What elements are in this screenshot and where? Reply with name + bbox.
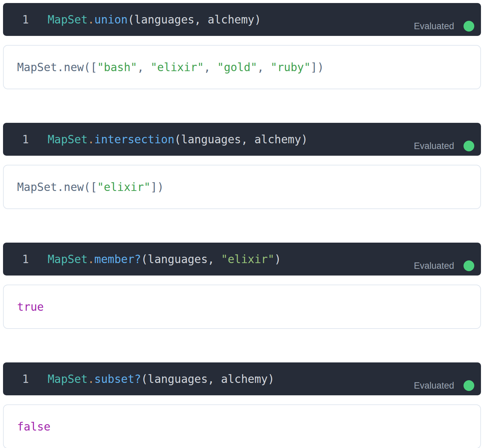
line-number: 1 — [21, 13, 30, 26]
cell-output: MapSet.new(["elixir"]) — [3, 165, 481, 209]
status-dot-icon — [464, 260, 474, 271]
output-code: MapSet.new(["elixir"]) — [17, 181, 164, 194]
token-plain: (languages, alchemy) — [175, 133, 308, 146]
token-string: "gold" — [217, 61, 257, 74]
token-function: subset? — [94, 372, 141, 386]
token-alias: MapSet — [48, 13, 88, 26]
token-function: union — [94, 13, 128, 26]
token-operator: . — [88, 253, 94, 266]
token-alias: MapSet — [48, 253, 88, 266]
token-string: "elixir" — [150, 61, 204, 74]
token-plain: ]) — [150, 181, 164, 194]
token-plain: MapSet.new([ — [17, 181, 97, 194]
code-editor[interactable]: 1 MapSet.member?(languages, "elixir") Ev… — [3, 243, 481, 276]
status-dot-icon — [464, 141, 474, 151]
status-dot-icon — [464, 21, 474, 32]
line-number: 1 — [21, 253, 30, 266]
notebook-cell-union: 1 MapSet.union(languages, alchemy) Evalu… — [3, 3, 481, 89]
evaluation-status-label: Evaluated — [414, 141, 454, 151]
evaluation-status-label: Evaluated — [414, 21, 454, 32]
code-line: MapSet.subset?(languages, alchemy) — [48, 372, 275, 386]
evaluation-status: Evaluated — [414, 380, 474, 391]
notebook-cell-member: 1 MapSet.member?(languages, "elixir") Ev… — [3, 243, 481, 329]
cell-output: MapSet.new(["bash", "elixir", "gold", "r… — [3, 45, 481, 89]
code-line: MapSet.union(languages, alchemy) — [48, 13, 261, 26]
code-editor[interactable]: 1 MapSet.subset?(languages, alchemy) Eva… — [3, 362, 481, 395]
notebook-cell-intersection: 1 MapSet.intersection(languages, alchemy… — [3, 123, 481, 209]
token-plain: ]) — [310, 61, 324, 74]
token-operator: . — [88, 372, 94, 386]
cell-output: false — [3, 404, 481, 448]
notebook: 1 MapSet.union(languages, alchemy) Evalu… — [0, 0, 485, 448]
token-string: "ruby" — [271, 61, 310, 74]
evaluation-status-label: Evaluated — [414, 261, 454, 271]
line-number: 1 — [21, 372, 30, 386]
token-plain: , — [204, 61, 217, 74]
code-line: MapSet.member?(languages, "elixir") — [48, 253, 281, 266]
token-plain: , — [257, 61, 271, 74]
output-code: false — [17, 420, 50, 433]
token-string: "elixir" — [97, 181, 150, 194]
token-plain: (languages, — [141, 253, 221, 266]
token-function: member? — [94, 253, 141, 266]
status-dot-icon — [464, 380, 474, 391]
line-number: 1 — [21, 133, 30, 146]
token-function: intersection — [94, 133, 174, 146]
output-code: true — [17, 300, 44, 313]
token-string: "bash" — [97, 61, 137, 74]
token-boolean: false — [17, 420, 50, 433]
evaluation-status: Evaluated — [414, 260, 474, 271]
token-operator: . — [88, 133, 94, 146]
token-operator: . — [88, 13, 94, 26]
cell-output: true — [3, 285, 481, 329]
token-plain: (languages, alchemy) — [141, 372, 274, 386]
evaluation-status-label: Evaluated — [414, 381, 454, 391]
token-plain: , — [137, 61, 151, 74]
evaluation-status: Evaluated — [414, 21, 474, 32]
code-editor[interactable]: 1 MapSet.intersection(languages, alchemy… — [3, 123, 481, 156]
token-plain: ) — [275, 253, 281, 266]
token-plain: (languages, alchemy) — [128, 13, 261, 26]
evaluation-status: Evaluated — [414, 141, 474, 151]
notebook-cell-subset: 1 MapSet.subset?(languages, alchemy) Eva… — [3, 362, 481, 448]
code-line: MapSet.intersection(languages, alchemy) — [48, 133, 308, 146]
token-alias: MapSet — [48, 133, 88, 146]
token-string: "elixir" — [221, 253, 275, 266]
token-boolean: true — [17, 300, 44, 313]
token-alias: MapSet — [48, 372, 88, 386]
token-plain: MapSet.new([ — [17, 61, 97, 74]
code-editor[interactable]: 1 MapSet.union(languages, alchemy) Evalu… — [3, 3, 481, 36]
output-code: MapSet.new(["bash", "elixir", "gold", "r… — [17, 61, 324, 74]
